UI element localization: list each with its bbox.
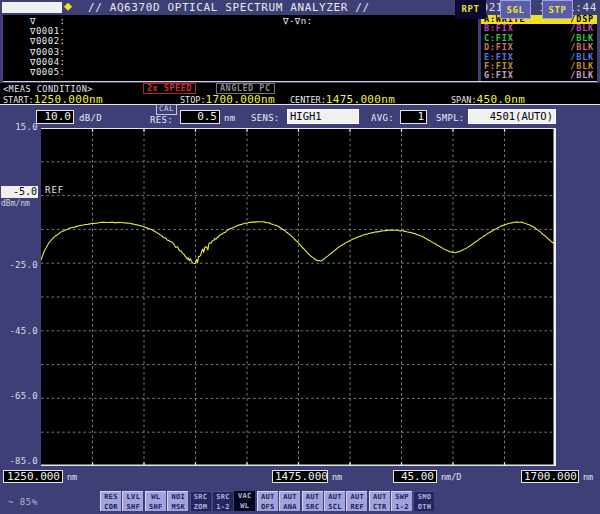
sens-value[interactable]: HIGH1	[287, 109, 359, 124]
marker-row-5: ∇0005:	[30, 67, 66, 77]
marker-row-1: ∇0001:	[30, 26, 66, 36]
softkey-noi-msk[interactable]: NOIMSK	[167, 491, 188, 511]
ref-level-box[interactable]: -5.0	[1, 186, 38, 198]
softkey-aut-ana[interactable]: AUTANA	[279, 491, 300, 511]
meas-field-value: 450.0nm	[477, 93, 525, 106]
meas-condition-bar: <MEAS CONDITION> 2x SPEED ANGLED PC STAR…	[0, 83, 600, 105]
x-stop-value[interactable]: 1700.000	[521, 470, 579, 483]
softkey-src-1-2[interactable]: SRC1-2	[212, 491, 233, 511]
y-axis-label--45.0: -45.0	[0, 326, 38, 336]
sens-label: SENS:	[251, 113, 280, 123]
meas-field-label: CENTER:	[290, 95, 326, 105]
softkey-wl-shf[interactable]: WLSHF	[145, 491, 166, 511]
x-center-unit: nm	[332, 472, 342, 482]
avg-value[interactable]: 1	[400, 110, 427, 124]
soft-key-row: RESCORLVLSHFWLSHFNOIMSKSRCZOMSRC1-2VACWL…	[100, 491, 434, 511]
marker-row-3: ∇0003:	[30, 47, 66, 57]
softkey-aut-src[interactable]: AUTSRC	[302, 491, 323, 511]
y-axis-label--65.0: -65.0	[0, 391, 38, 401]
datetime: 2021 Sep 14 11:44	[474, 1, 597, 14]
trace-label: G:FIX	[484, 71, 514, 80]
softkey-smo-oth[interactable]: SMOOTH	[413, 491, 434, 511]
marker-panel: ∇ : ∇-∇n: ∇0001:∇0002:∇0003:∇0004:∇0005:	[3, 15, 478, 81]
level-scale-value[interactable]: 10.0	[36, 110, 74, 124]
softkey-aut-scl[interactable]: AUTSCL	[324, 491, 345, 511]
trace-mode: /BLK	[570, 71, 594, 80]
meas-field-label: STOP:	[180, 95, 206, 105]
res-label: RES:	[150, 115, 173, 125]
level-scale-unit: dB/D	[79, 113, 102, 123]
meas-field-span: SPAN:450.0nm	[451, 93, 525, 106]
y-axis-unit: dBm/nm	[1, 199, 30, 208]
meas-field-value: 1475.000nm	[326, 93, 395, 106]
meas-field-stop: STOP:1700.000nm	[180, 93, 275, 106]
softkey-aut-ctr[interactable]: AUTCTR	[369, 491, 390, 511]
meas-field-value: 1250.000nm	[34, 93, 103, 106]
smpl-label: SMPL:	[436, 113, 465, 123]
softkey-vac-wl[interactable]: VACWL	[234, 491, 255, 511]
x-perdiv-unit: nm/D	[441, 472, 461, 482]
marker-row-2: ∇0002:	[30, 36, 66, 46]
res-unit: nm	[224, 113, 235, 123]
smpl-value[interactable]: 4501(AUTO)	[468, 109, 556, 124]
meas-field-value: 1700.000nm	[206, 93, 275, 106]
sweep-button-rpt[interactable]: RPT	[455, 0, 486, 19]
cal-indicator: CAL	[156, 104, 177, 115]
x-center-value[interactable]: 1475.000	[272, 470, 328, 483]
softkey-lvl-shf[interactable]: LVLSHF	[122, 491, 143, 511]
y-axis-label--25.0: -25.0	[0, 260, 38, 270]
panel-separator	[3, 81, 597, 82]
x-start-value[interactable]: 1250.000	[3, 470, 63, 483]
softkey-aut-ref[interactable]: AUTREF	[346, 491, 367, 511]
softkey-aut-ofs[interactable]: AUTOFS	[257, 491, 278, 511]
sweep-diamond-icon: ◆	[64, 0, 72, 13]
softkey-src-zom[interactable]: SRCZOM	[190, 491, 211, 511]
softkey-res-cor[interactable]: RESCOR	[100, 491, 121, 511]
res-value[interactable]: 0.5	[180, 110, 220, 124]
ref-line-label: REF	[45, 185, 64, 195]
x-start-unit: nm	[67, 472, 77, 482]
marker-delta-header: ∇-∇n:	[283, 16, 313, 26]
sweep-progress: ~ 85%	[8, 497, 38, 507]
marker-header: ∇ :	[30, 16, 66, 26]
meas-field-start: START:1250.000nm	[3, 93, 103, 106]
x-perdiv-value[interactable]: 45.00	[393, 470, 437, 483]
trace-row-g[interactable]: G:FIX/BLK	[481, 71, 597, 80]
page-title: // AQ6370D OPTICAL SPECTRUM ANALYZER //	[88, 1, 370, 14]
y-axis-label--85.0: -85.0	[0, 456, 38, 466]
spectrum-graph[interactable]: REF	[41, 128, 556, 466]
x-stop-unit: nm	[583, 472, 593, 482]
meas-field-label: SPAN:	[451, 95, 477, 105]
sweep-button-sgl[interactable]: SGL	[500, 0, 531, 19]
trace-status-panel: A:WRITE/DSPB:FIX/BLKC:FIX/BLKD:FIX/BLKE:…	[481, 15, 597, 81]
sweep-button-stp[interactable]: STP	[542, 0, 573, 19]
y-axis-top-label: 15.0	[0, 122, 38, 132]
memory-label-box	[2, 2, 62, 13]
meas-field-center: CENTER:1475.000nm	[290, 93, 395, 106]
meas-field-label: START:	[3, 95, 34, 105]
marker-row-4: ∇0004:	[30, 57, 66, 67]
osa-screen: ◆ // AQ6370D OPTICAL SPECTRUM ANALYZER /…	[0, 0, 600, 514]
avg-label: AVG:	[371, 113, 394, 123]
softkey-swp-1-2[interactable]: SWP1-2	[391, 491, 412, 511]
